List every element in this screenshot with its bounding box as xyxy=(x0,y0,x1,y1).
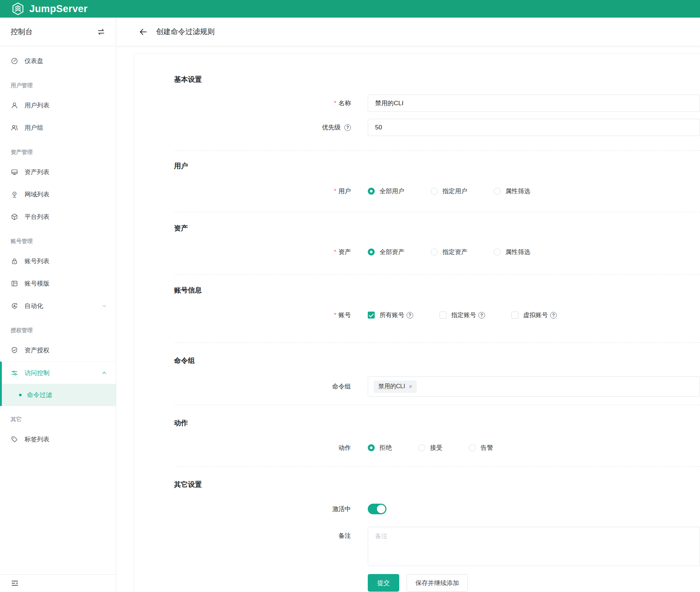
checkbox-all-accounts[interactable]: 所有账号 ? xyxy=(368,311,413,319)
sidebar-item-account-template[interactable]: 账号模版 xyxy=(0,272,116,295)
top-bar: JumpServer xyxy=(0,0,700,18)
section-divider xyxy=(174,150,700,151)
sidebar-item-automation[interactable]: 自动化 xyxy=(0,295,116,317)
priority-row: 优先级 ? xyxy=(134,119,700,136)
view-switch-icon[interactable] xyxy=(97,27,105,36)
sidebar-item-account-list[interactable]: 账号列表 xyxy=(0,250,116,272)
sidebar-item-label: 资产授权 xyxy=(25,346,49,354)
sidebar-header: 控制台 xyxy=(0,18,116,46)
back-arrow-icon[interactable] xyxy=(138,27,148,37)
accounts-row: 账号 所有账号 ? 指定账号 ? 虚拟账号 ? xyxy=(134,311,700,319)
sidebar-item-asset-perms[interactable]: 资产授权 xyxy=(0,339,116,361)
radio-icon xyxy=(494,188,501,195)
radio-attribute-filter-assets[interactable]: 属性筛选 xyxy=(494,248,530,256)
page-title: 创建命令过滤规则 xyxy=(156,27,215,37)
required-asterisk xyxy=(334,249,337,256)
radio-icon xyxy=(431,249,438,255)
section-divider xyxy=(174,405,700,405)
checkbox-icon xyxy=(440,312,447,319)
help-icon[interactable]: ? xyxy=(478,312,485,319)
radio-warning[interactable]: 告警 xyxy=(469,444,493,452)
user-icon xyxy=(11,102,18,109)
radio-reject[interactable]: 拒绝 xyxy=(368,444,392,452)
radio-specified-users[interactable]: 指定用户 xyxy=(431,187,467,195)
collapse-sidebar-icon[interactable] xyxy=(11,579,19,588)
radio-all-assets[interactable]: 全部资产 xyxy=(368,248,404,256)
jumpserver-logo-icon xyxy=(11,2,25,16)
radio-label: 全部资产 xyxy=(379,248,404,256)
sidebar-item-access-control[interactable]: 访问控制 xyxy=(0,361,116,384)
sidebar-item-platform-list[interactable]: 平台列表 xyxy=(0,206,116,228)
sidebar-item-label: 资产列表 xyxy=(25,168,49,176)
radio-label: 接受 xyxy=(430,444,442,452)
radio-accept[interactable]: 接受 xyxy=(418,444,442,452)
chevron-up-icon xyxy=(101,370,107,376)
command-group-row: 命令组 禁用的CLI × xyxy=(134,376,700,397)
section-title-users: 用户 xyxy=(174,161,700,171)
sidebar: 控制台 仪表盘 用户管理 用户列表 xyxy=(0,18,116,592)
tag-remove-icon[interactable]: × xyxy=(409,384,412,390)
page-header: 创建命令过滤规则 xyxy=(116,18,700,46)
sidebar-item-label: 平台列表 xyxy=(25,213,49,221)
help-icon[interactable]: ? xyxy=(550,312,557,319)
template-icon xyxy=(11,280,18,287)
assets-label: 资产 xyxy=(134,248,351,256)
sidebar-item-tag-list[interactable]: 标签列表 xyxy=(0,428,116,451)
lock-icon xyxy=(11,257,18,265)
radio-label: 属性筛选 xyxy=(505,248,530,256)
jumpserver-logo[interactable]: JumpServer xyxy=(11,2,88,16)
section-title-basic: 基本设置 xyxy=(174,74,700,85)
radio-icon xyxy=(431,188,438,195)
radio-checked-icon xyxy=(368,249,375,255)
checkbox-label: 所有账号 xyxy=(379,311,404,319)
radio-all-users[interactable]: 全部用户 xyxy=(368,187,404,195)
required-asterisk xyxy=(334,100,337,107)
sidebar-section-account-mgmt: 账号管理 xyxy=(0,233,116,250)
save-and-continue-button[interactable]: 保存并继续添加 xyxy=(407,574,468,592)
name-input[interactable] xyxy=(368,95,700,112)
comment-textarea[interactable] xyxy=(368,527,700,566)
radio-attribute-filter-users[interactable]: 属性筛选 xyxy=(494,187,530,195)
section-title-other: 其它设置 xyxy=(174,479,700,490)
sidebar-section-perm-mgmt: 授权管理 xyxy=(0,322,116,339)
tag-label: 禁用的CLI xyxy=(378,383,405,390)
section-divider xyxy=(174,212,700,212)
help-icon[interactable]: ? xyxy=(344,124,351,131)
active-row: 激活中 xyxy=(134,504,700,514)
checkbox-specified-accounts[interactable]: 指定账号 ? xyxy=(440,311,485,319)
action-label: 动作 xyxy=(134,444,351,452)
sidebar-item-domain-list[interactable]: 网域列表 xyxy=(0,183,116,206)
sidebar-item-label: 命令过滤 xyxy=(27,391,52,399)
sidebar-item-label: 访问控制 xyxy=(25,369,49,377)
radio-checked-icon xyxy=(368,444,375,451)
help-icon[interactable]: ? xyxy=(407,312,413,319)
section-title-accounts: 账号信息 xyxy=(174,285,700,295)
section-divider xyxy=(174,274,700,275)
sidebar-item-dashboard[interactable]: 仪表盘 xyxy=(0,50,116,72)
active-toggle[interactable] xyxy=(368,504,386,514)
priority-input[interactable] xyxy=(368,119,700,136)
sidebar-item-label: 账号模版 xyxy=(25,279,49,288)
sidebar-item-user-list[interactable]: 用户列表 xyxy=(0,94,116,117)
cube-icon xyxy=(11,213,18,221)
radio-specified-assets[interactable]: 指定资产 xyxy=(431,248,467,256)
checkbox-virtual-accounts[interactable]: 虚拟账号 ? xyxy=(511,311,557,319)
submit-button[interactable]: 提交 xyxy=(368,574,399,592)
active-label: 激活中 xyxy=(134,505,351,513)
sidebar-item-user-groups[interactable]: 用户组 xyxy=(0,117,116,139)
section-title-command-group: 命令组 xyxy=(174,356,700,366)
form-actions-row: 提交 保存并继续添加 xyxy=(134,574,700,592)
section-title-action: 动作 xyxy=(174,418,700,428)
sidebar-subitem-command-filter[interactable]: 命令过滤 xyxy=(0,384,116,406)
action-row: 动作 拒绝 接受 告警 xyxy=(134,444,700,452)
accounts-label: 账号 xyxy=(134,311,351,319)
radio-label: 全部用户 xyxy=(379,187,404,195)
selected-tag: 禁用的CLI × xyxy=(374,380,417,393)
sidebar-item-asset-list[interactable]: 资产列表 xyxy=(0,161,116,183)
sidebar-section-other: 其它 xyxy=(0,411,116,428)
priority-label: 优先级 ? xyxy=(134,123,351,132)
sidebar-item-label: 自动化 xyxy=(25,302,43,310)
main-area: 创建命令过滤规则 基本设置 名称 优先级 ? 用户 xyxy=(116,18,700,592)
command-group-select[interactable]: 禁用的CLI × xyxy=(368,376,700,397)
checkbox-label: 指定账号 xyxy=(451,311,476,319)
